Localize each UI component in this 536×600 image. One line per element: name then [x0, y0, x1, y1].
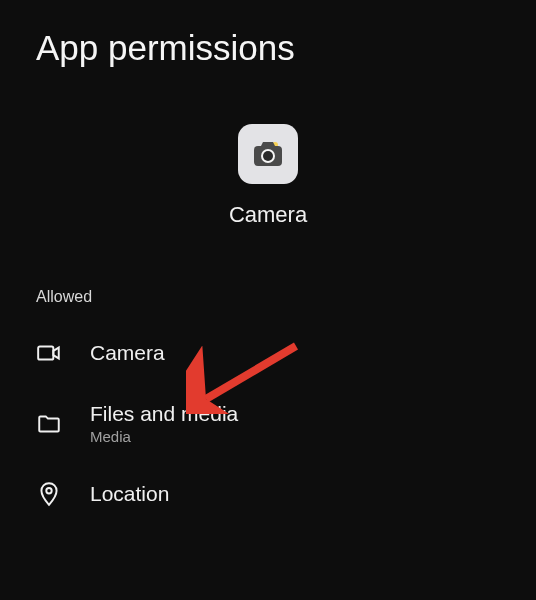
permission-row-camera[interactable]: Camera [0, 322, 536, 384]
permission-row-location[interactable]: Location [0, 463, 536, 525]
camera-icon [36, 340, 62, 366]
permission-label: Location [90, 482, 169, 506]
permission-label: Files and media [90, 402, 238, 426]
svg-rect-4 [38, 347, 53, 360]
folder-icon [36, 411, 62, 437]
section-header-allowed: Allowed [0, 278, 536, 322]
app-name: Camera [229, 202, 307, 228]
permission-sublabel: Media [90, 428, 238, 445]
camera-app-icon [249, 135, 287, 173]
page-title: App permissions [0, 0, 536, 88]
svg-point-5 [46, 488, 51, 493]
app-header: Camera [0, 88, 536, 278]
location-icon [36, 481, 62, 507]
svg-point-3 [263, 151, 273, 161]
permission-row-files[interactable]: Files and media Media [0, 384, 536, 463]
permission-label: Camera [90, 341, 165, 365]
app-icon [238, 124, 298, 184]
